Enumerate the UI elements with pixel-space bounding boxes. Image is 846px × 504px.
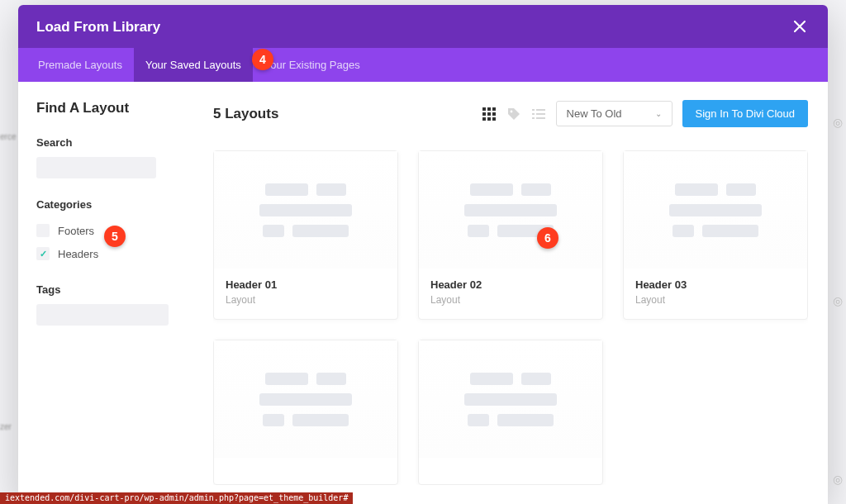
card-preview xyxy=(419,151,602,269)
layout-card[interactable] xyxy=(213,340,398,485)
library-modal: Load From Library Premade Layouts Your S… xyxy=(18,5,828,504)
layout-card[interactable] xyxy=(418,340,603,485)
sort-select[interactable]: New To Old ⌄ xyxy=(556,101,673,126)
layout-card[interactable]: Header 02 Layout xyxy=(418,150,603,320)
sidebar: Find A Layout Search Categories Footers … xyxy=(18,82,193,504)
card-subtitle: Layout xyxy=(226,294,386,306)
svg-point-0 xyxy=(510,110,512,112)
close-button[interactable] xyxy=(790,17,810,38)
visibility-icon: ◎ xyxy=(833,116,843,129)
tag-icon xyxy=(507,107,520,121)
tags-placeholder xyxy=(36,304,169,326)
list-icon xyxy=(532,107,545,121)
card-preview xyxy=(214,151,397,269)
grid-view-button[interactable] xyxy=(482,107,497,121)
svg-rect-1 xyxy=(532,109,535,111)
backdrop-label: erce xyxy=(0,132,16,141)
layout-card[interactable]: Header 01 Layout xyxy=(213,150,398,320)
search-input[interactable] xyxy=(36,157,156,178)
tag-view-button[interactable] xyxy=(506,107,521,121)
category-label: Footers xyxy=(58,225,94,237)
annotation-badge-6: 6 xyxy=(537,227,558,249)
visibility-icon: ◎ xyxy=(833,294,843,307)
sort-label: New To Old xyxy=(567,107,622,120)
status-bar: iextended.com/divi-cart-pro/wp-admin/adm… xyxy=(0,492,353,504)
annotation-badge-4: 4 xyxy=(252,49,273,70)
tabs: Premade Layouts Your Saved Layouts Your … xyxy=(18,48,828,82)
grid-icon xyxy=(482,107,496,121)
modal-header: Load From Library xyxy=(18,5,828,48)
svg-rect-6 xyxy=(536,117,545,119)
checkbox-icon xyxy=(36,224,50,237)
card-title: Header 03 xyxy=(635,278,796,291)
layouts-count: 5 Layouts xyxy=(213,106,278,122)
annotation-badge-5: 5 xyxy=(104,226,126,247)
sidebar-title: Find A Layout xyxy=(36,100,178,116)
chevron-down-icon: ⌄ xyxy=(655,109,662,118)
modal-title: Load From Library xyxy=(36,19,160,36)
svg-rect-3 xyxy=(532,113,535,115)
backdrop-label: zer xyxy=(0,422,16,431)
signin-button[interactable]: Sign In To Divi Cloud xyxy=(682,100,808,127)
card-preview xyxy=(419,340,602,458)
list-view-button[interactable] xyxy=(531,107,546,121)
close-icon xyxy=(793,20,806,33)
card-preview xyxy=(214,340,397,458)
tab-premade-layouts[interactable]: Premade Layouts xyxy=(26,48,134,82)
category-label: Headers xyxy=(58,248,98,260)
tab-your-saved-layouts[interactable]: Your Saved Layouts xyxy=(134,48,253,82)
card-preview xyxy=(624,151,807,269)
card-grid: Header 01 Layout Header 02 Layout xyxy=(213,150,808,485)
layout-card[interactable]: Header 03 Layout xyxy=(623,150,808,320)
svg-rect-2 xyxy=(536,109,545,111)
checkbox-checked-icon xyxy=(36,247,50,260)
category-headers[interactable]: Headers xyxy=(36,242,178,265)
card-subtitle: Layout xyxy=(430,294,591,306)
toolbar: New To Old ⌄ Sign In To Divi Cloud xyxy=(482,100,808,127)
categories-label: Categories xyxy=(36,198,178,211)
card-title: Header 01 xyxy=(226,278,386,291)
svg-rect-5 xyxy=(532,117,535,119)
search-label: Search xyxy=(36,136,178,149)
tags-label: Tags xyxy=(36,283,178,296)
visibility-icon: ◎ xyxy=(833,473,843,486)
card-subtitle: Layout xyxy=(635,294,796,306)
svg-rect-4 xyxy=(536,113,545,115)
card-title: Header 02 xyxy=(430,278,591,291)
main-content: 5 Layouts xyxy=(193,82,828,504)
